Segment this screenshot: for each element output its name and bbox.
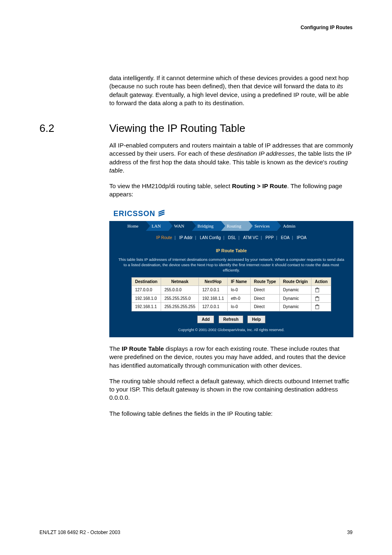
- page-footer: EN/LZT 108 6492 R2 - October 2003 39: [39, 530, 353, 535]
- col-nexthop: NextHop: [199, 277, 228, 286]
- svg-rect-11: [316, 304, 318, 305]
- panel-title: IP Route Table: [114, 248, 348, 254]
- screenshot-header: ERICSSON: [109, 206, 353, 219]
- cell-ifname: eth-0: [228, 294, 251, 303]
- footer-pagenum: 39: [347, 530, 353, 535]
- subnav-atm-vc[interactable]: ATM VC: [242, 235, 260, 240]
- svg-rect-8: [316, 296, 318, 297]
- refresh-button[interactable]: Refresh: [219, 315, 243, 324]
- table-row: 192.168.1.1 255.255.255.255 127.0.0.1 lo…: [131, 303, 331, 311]
- subnav-lan-config[interactable]: LAN Config: [198, 235, 222, 240]
- tab-home[interactable]: Home: [122, 221, 146, 231]
- tab-spacer: [303, 221, 353, 231]
- delete-icon[interactable]: [315, 296, 320, 301]
- paragraph: The routing table should reflect a defau…: [109, 377, 353, 402]
- col-route-type: Route Type: [250, 277, 279, 286]
- svg-rect-3: [316, 289, 319, 292]
- tab-services[interactable]: Services: [249, 221, 277, 231]
- section-number: 6.2: [39, 122, 109, 135]
- delete-icon[interactable]: [315, 304, 320, 309]
- logo-text: ERICSSON: [113, 209, 155, 219]
- cell-route-type: Direct: [250, 294, 279, 303]
- paragraph: The following table defines the fields i…: [109, 410, 353, 418]
- col-destination: Destination: [131, 277, 161, 286]
- cell-route-origin: Dynamic: [279, 303, 311, 311]
- subnav-ip-addr[interactable]: IP Addr: [178, 235, 194, 240]
- cell-destination: 192.168.1.0: [131, 294, 161, 303]
- svg-rect-6: [316, 297, 319, 301]
- col-if-name: IF Name: [228, 277, 251, 286]
- cell-netmask: 255.255.255.0: [161, 294, 199, 303]
- svg-rect-9: [316, 306, 319, 309]
- ericsson-logo-icon: [158, 210, 165, 217]
- copyright-text: Copyright © 2001-2002 GlobespanVirata, I…: [114, 327, 348, 332]
- cell-destination: 127.0.0.0: [131, 286, 161, 295]
- intro-paragraph: data intelligently. If it cannot determi…: [109, 74, 353, 107]
- cell-ifname: lo-0: [228, 286, 251, 295]
- table-header-row: Destination Netmask NextHop IF Name Rout…: [131, 277, 331, 286]
- body-text: data intelligently. If it cannot determi…: [109, 74, 353, 107]
- paragraph: To view the HM210dp/di routing table, se…: [109, 182, 353, 199]
- cell-action: [311, 303, 331, 311]
- svg-rect-5: [316, 288, 318, 288]
- col-netmask: Netmask: [161, 277, 199, 286]
- cell-action: [311, 294, 331, 303]
- section-title: Viewing the IP Routing Table: [109, 122, 245, 135]
- subnav-ipoa[interactable]: IPOA: [295, 235, 308, 240]
- col-action: Action: [311, 277, 331, 286]
- svg-rect-4: [315, 288, 319, 289]
- svg-rect-7: [315, 297, 319, 297]
- running-header: Configuring IP Routes: [301, 25, 353, 30]
- col-route-origin: Route Origin: [279, 277, 311, 286]
- section-heading: 6.2 Viewing the IP Routing Table: [39, 122, 353, 135]
- subnav-ppp[interactable]: PPP: [264, 235, 275, 240]
- cell-route-origin: Dynamic: [279, 294, 311, 303]
- cell-route-origin: Dynamic: [279, 286, 311, 295]
- subnav-eoa[interactable]: EOA: [279, 235, 291, 240]
- cell-nexthop: 127.0.0.1: [199, 303, 228, 311]
- cell-nexthop: 192.168.1.1: [199, 294, 228, 303]
- router-admin-screenshot: ERICSSON Home LAN WAN: [109, 206, 353, 338]
- sub-nav: IP Route| IP Addr| LAN Config| DSL| ATM …: [109, 231, 353, 244]
- button-row: Add Refresh Help: [114, 315, 348, 324]
- ip-route-panel: IP Route Table This table lists IP addre…: [109, 244, 353, 337]
- cell-nexthop: 127.0.0.1: [199, 286, 228, 295]
- tab-routing[interactable]: Routing: [221, 221, 249, 231]
- cell-ifname: lo-0: [228, 303, 251, 311]
- cell-netmask: 255.255.255.255: [161, 303, 199, 311]
- footer-docid: EN/LZT 108 6492 R2 - October 2003: [39, 530, 120, 535]
- main-tabs: Home LAN WAN Bridging Routing Services A…: [109, 221, 353, 231]
- cell-route-type: Direct: [250, 303, 279, 311]
- subnav-ip-route[interactable]: IP Route: [154, 235, 174, 240]
- ericsson-logo: ERICSSON: [113, 209, 165, 219]
- subnav-dsl[interactable]: DSL: [226, 235, 238, 240]
- panel-description: This table lists IP addresses of Interne…: [117, 257, 346, 273]
- page: Configuring IP Routes data intelligently…: [0, 0, 392, 555]
- table-row: 127.0.0.0 255.0.0.0 127.0.0.1 lo-0 Direc…: [131, 286, 331, 295]
- tab-bridging[interactable]: Bridging: [192, 221, 221, 231]
- add-button[interactable]: Add: [197, 315, 214, 324]
- help-button[interactable]: Help: [247, 315, 265, 324]
- ip-route-table: Destination Netmask NextHop IF Name Rout…: [131, 277, 332, 311]
- cell-netmask: 255.0.0.0: [161, 286, 199, 295]
- body-text: All IP-enabled computers and routers mai…: [109, 141, 353, 418]
- paragraph: The IP Route Table displays a row for ea…: [109, 345, 353, 370]
- svg-rect-10: [315, 305, 319, 306]
- paragraph: All IP-enabled computers and routers mai…: [109, 141, 353, 175]
- table-row: 192.168.1.0 255.255.255.0 192.168.1.1 et…: [131, 294, 331, 303]
- cell-route-type: Direct: [250, 286, 279, 295]
- delete-icon[interactable]: [315, 288, 320, 292]
- cell-action: [311, 286, 331, 295]
- cell-destination: 192.168.1.1: [131, 303, 161, 311]
